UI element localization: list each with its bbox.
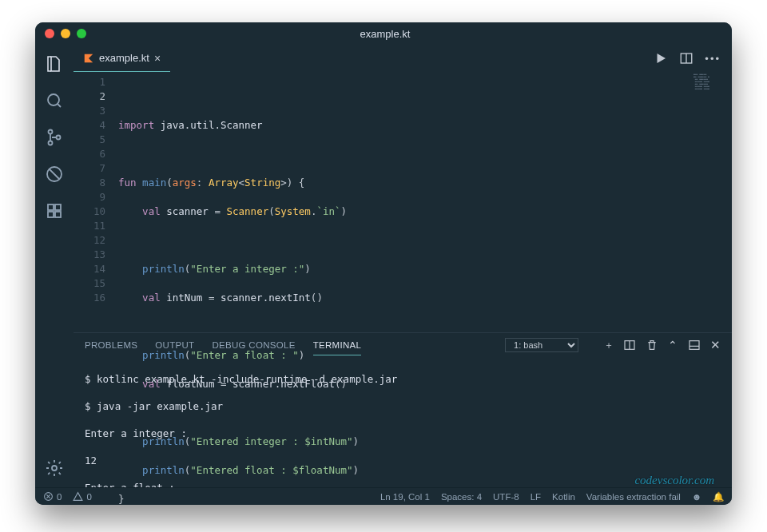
minimize-window-button[interactable] — [61, 29, 70, 38]
editor-actions: ••• — [654, 45, 732, 72]
editor-group: example.kt × ••• 1 2 3 4 5 6 — [74, 45, 732, 487]
traffic-lights — [45, 29, 86, 38]
watermark: codevscolor.com — [634, 474, 714, 487]
vscode-window: example.kt — [35, 22, 732, 505]
source-control-icon[interactable] — [43, 126, 66, 149]
svg-rect-7 — [48, 204, 54, 210]
tab-bar: example.kt × ••• — [74, 45, 732, 72]
editor[interactable]: 1 2 3 4 5 6 7 8 9 10 11 12 13 14 15 16 — [74, 72, 732, 332]
debug-icon[interactable] — [43, 163, 66, 185]
zoom-window-button[interactable] — [77, 29, 86, 38]
svg-rect-10 — [55, 212, 61, 217]
line-gutter: 1 2 3 4 5 6 7 8 9 10 11 12 13 14 15 16 — [74, 72, 118, 332]
code-area[interactable]: import java.util.Scanner fun main(args: … — [118, 72, 732, 332]
svg-point-0 — [48, 94, 59, 105]
run-icon[interactable] — [654, 51, 668, 66]
settings-gear-icon[interactable] — [43, 457, 66, 479]
svg-line-6 — [50, 169, 59, 179]
svg-line-1 — [58, 104, 61, 107]
svg-point-2 — [49, 130, 53, 134]
window-title: example.kt — [86, 28, 684, 40]
status-errors[interactable]: 0 — [43, 491, 62, 502]
svg-point-4 — [57, 136, 61, 140]
tab-example-kt[interactable]: example.kt × — [74, 45, 170, 72]
status-warnings[interactable]: 0 — [73, 491, 91, 502]
minimap[interactable]: ▬▬▬ ▬▬▬▬▬ ▬▬ ▬▬▬▬▬▬ ▬ ▬▬ ▬▬▬▬▬▬ ▬▬▬▬▬ ▬▬… — [693, 73, 730, 107]
explorer-icon[interactable] — [43, 53, 66, 75]
svg-point-3 — [49, 141, 53, 145]
workbench: example.kt × ••• 1 2 3 4 5 6 — [35, 45, 732, 487]
titlebar: example.kt — [35, 22, 732, 45]
activity-bar — [35, 45, 74, 487]
more-actions-icon[interactable]: ••• — [705, 53, 721, 65]
close-window-button[interactable] — [45, 29, 54, 38]
kotlin-file-icon — [83, 53, 94, 64]
svg-point-11 — [52, 466, 57, 470]
tab-label: example.kt — [99, 52, 149, 64]
split-editor-icon[interactable] — [679, 51, 693, 66]
svg-rect-9 — [48, 212, 54, 217]
close-tab-icon[interactable]: × — [154, 52, 161, 65]
extensions-icon[interactable] — [43, 200, 66, 222]
search-icon[interactable] — [43, 89, 66, 112]
svg-rect-8 — [55, 204, 61, 210]
